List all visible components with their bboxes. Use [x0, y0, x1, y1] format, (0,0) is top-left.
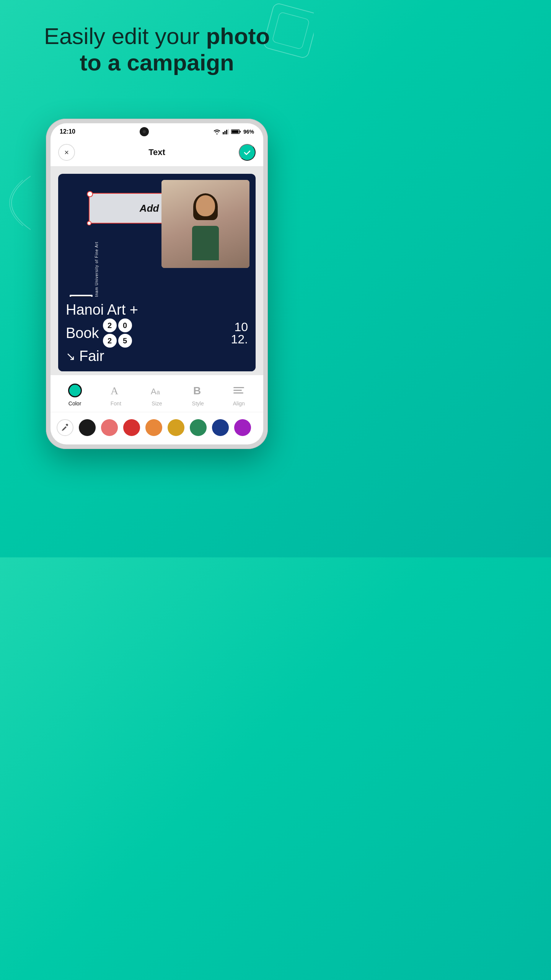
design-canvas[interactable]: Add Text Vietnam University of Fine Art: [58, 174, 256, 371]
design-row-3: ↘ Fair: [66, 348, 248, 365]
close-icon: ×: [64, 148, 69, 157]
size-icon: A a: [150, 384, 164, 397]
tab-align[interactable]: Align: [227, 381, 250, 408]
phone-frame: 12:10: [46, 119, 268, 449]
tab-size[interactable]: A a Size: [145, 381, 168, 408]
svg-rect-7: [240, 131, 241, 132]
tab-font[interactable]: A Font: [104, 381, 127, 408]
color-orange[interactable]: [145, 419, 162, 436]
circle-row-2: 2 5: [103, 334, 132, 348]
align-icon: [232, 384, 246, 397]
divider: [51, 412, 263, 412]
date-10: 10: [234, 321, 248, 333]
toolbar-tabs: Color A Font: [51, 381, 263, 408]
color-tab-label: Color: [68, 400, 81, 407]
circle-nums-group: 2 0 2 5: [103, 318, 132, 348]
top-bar: × Text: [51, 139, 263, 166]
font-icon: A: [109, 384, 123, 397]
color-purple[interactable]: [234, 419, 251, 436]
circle-2b: 2: [103, 334, 117, 348]
color-blue[interactable]: [212, 419, 229, 436]
date-12: 12.: [231, 333, 248, 345]
align-tab-icon: [231, 383, 246, 398]
tab-color[interactable]: Color: [64, 381, 86, 408]
background-deco-left: [0, 172, 31, 234]
header-line1: Easily edit your: [44, 23, 206, 49]
tab-style[interactable]: B Style: [186, 381, 209, 408]
color-green[interactable]: [190, 419, 207, 436]
bold-icon: B: [191, 384, 205, 397]
style-tab-icon: B: [190, 383, 205, 398]
date-group: 10 12.: [231, 321, 248, 345]
eyedropper-button[interactable]: [57, 419, 73, 436]
camera-notch: [140, 127, 149, 136]
design-text-bottom: Hanoi Art + Book 2 0: [58, 297, 256, 371]
svg-text:A: A: [151, 387, 156, 396]
screen-title: Text: [148, 147, 165, 157]
signal-icon: [223, 129, 229, 134]
status-icons: 96%: [214, 129, 254, 135]
phone-mockup: 12:10: [46, 119, 268, 449]
bottom-toolbar: Color A Font: [51, 375, 263, 444]
design-title-line1: Hanoi Art + Book 2 0: [66, 301, 248, 365]
design-row-2: Book 2 0 2 5: [66, 318, 248, 348]
align-tab-label: Align: [233, 400, 245, 407]
svg-rect-5: [228, 129, 229, 134]
close-button[interactable]: ×: [58, 144, 75, 161]
svg-rect-2: [223, 132, 224, 134]
color-circle: [68, 384, 82, 397]
arrow-symbol: ↘: [66, 350, 75, 363]
status-bar: 12:10: [51, 123, 263, 139]
svg-rect-8: [231, 131, 238, 133]
header-line2: to a campaign: [80, 50, 234, 75]
color-red[interactable]: [123, 419, 140, 436]
circle-5: 5: [118, 334, 132, 348]
color-tab-icon: [67, 383, 83, 398]
confirm-button[interactable]: [239, 144, 256, 161]
check-icon: [243, 148, 251, 157]
style-tab-label: Style: [192, 400, 204, 407]
header-section: Easily edit your photo to a campaign: [0, 23, 314, 76]
circle-row-1: 2 0: [103, 318, 132, 332]
canvas-area[interactable]: Add Text Vietnam University of Fine Art: [51, 166, 263, 375]
color-palette: [51, 416, 263, 441]
circle-0: 0: [118, 318, 132, 332]
person-photo: [161, 180, 249, 268]
size-tab-icon: A a: [149, 383, 165, 398]
phone-screen: 12:10: [51, 123, 263, 444]
font-tab-label: Font: [111, 400, 121, 407]
status-time: 12:10: [60, 128, 75, 135]
photo-area: [161, 180, 249, 268]
font-tab-icon: A: [108, 383, 124, 398]
person-figure: [179, 191, 232, 268]
circle-2: 2: [103, 318, 117, 332]
eyedropper-icon: [61, 423, 69, 432]
color-black[interactable]: [79, 419, 96, 436]
svg-rect-14: [233, 390, 242, 391]
color-yellow[interactable]: [168, 419, 184, 436]
svg-rect-15: [233, 392, 243, 394]
vertical-text: Vietnam University of Fine Art: [95, 242, 99, 304]
corner-handle-bl[interactable]: [87, 221, 91, 225]
svg-text:B: B: [193, 385, 201, 397]
size-tab-label: Size: [152, 400, 162, 407]
wifi-icon: [214, 129, 220, 134]
color-salmon[interactable]: [101, 419, 118, 436]
svg-text:a: a: [156, 389, 160, 395]
header-line1-bold: photo: [206, 23, 270, 49]
svg-rect-3: [224, 131, 225, 134]
svg-rect-4: [226, 130, 227, 134]
svg-rect-13: [233, 387, 244, 388]
svg-text:A: A: [111, 385, 119, 397]
battery-percent: 96%: [243, 129, 254, 135]
person-torso: [192, 226, 219, 260]
design-row-1: Hanoi Art +: [66, 301, 248, 319]
battery-icon: [231, 129, 241, 134]
person-head: [196, 195, 215, 216]
